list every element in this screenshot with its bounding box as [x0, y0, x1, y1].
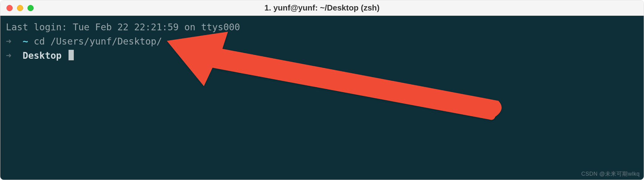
- maximize-button[interactable]: [27, 5, 34, 11]
- prompt-arrow-icon: ➜: [6, 50, 11, 61]
- typed-command: cd /Users/yunf/Desktop/: [34, 36, 162, 47]
- prompt-line-1: ➜ ~ cd /Users/yunf/Desktop/: [6, 34, 638, 49]
- prompt-arrow-icon: ➜: [6, 36, 11, 47]
- cursor: [69, 50, 74, 60]
- minimize-button[interactable]: [17, 5, 23, 11]
- last-login-line: Last login: Tue Feb 22 22:21:59 on ttys0…: [6, 20, 638, 34]
- prompt-line-2: ➜ Desktop: [6, 49, 638, 63]
- prompt-path: Desktop: [23, 50, 61, 61]
- watermark: CSDN @未来可期wlkq: [581, 170, 640, 178]
- terminal-window: 1. yunf@yunf: ~/Desktop (zsh) Last login…: [0, 0, 644, 180]
- prompt-path: ~: [23, 36, 28, 47]
- window-title: 1. yunf@yunf: ~/Desktop (zsh): [265, 3, 380, 13]
- close-button[interactable]: [6, 5, 13, 11]
- terminal-body[interactable]: Last login: Tue Feb 22 22:21:59 on ttys0…: [0, 16, 644, 180]
- traffic-lights: [6, 5, 34, 11]
- titlebar[interactable]: 1. yunf@yunf: ~/Desktop (zsh): [0, 0, 644, 16]
